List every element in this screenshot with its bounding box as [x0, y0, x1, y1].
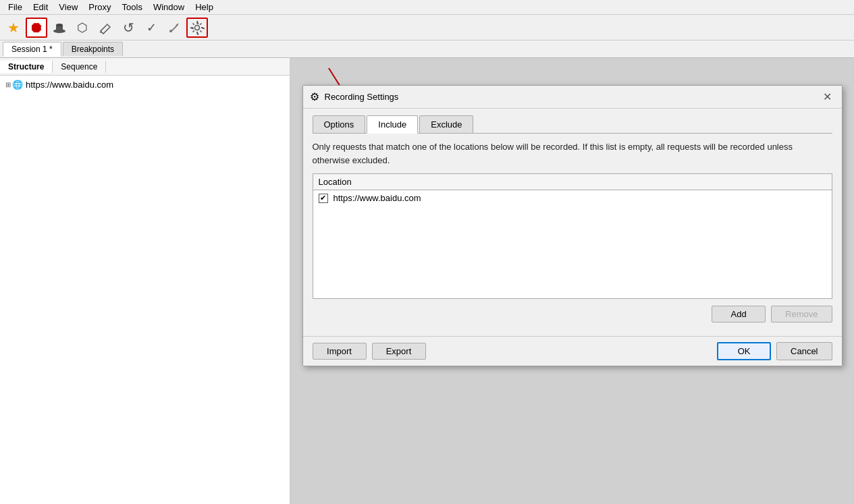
location-checkbox[interactable]: ✔	[319, 194, 328, 203]
dialog-title-icon: ⚙	[310, 90, 319, 103]
sequence-tab[interactable]: Sequence	[53, 61, 106, 73]
dialog-close-button[interactable]: ✕	[820, 90, 835, 105]
svg-point-3	[169, 30, 172, 32]
location-table-body: ✔ https://www.baidu.com	[313, 190, 832, 298]
check-btn[interactable]: ✓	[140, 18, 162, 38]
dialog-title-text: Recording Settings	[325, 92, 820, 102]
baidu-tree-item[interactable]: ⊞ 🌐 https://www.baidu.com	[3, 78, 287, 91]
record-btn[interactable]: ⏺	[26, 18, 47, 38]
hat-btn[interactable]	[49, 18, 70, 38]
session-tab[interactable]: Session 1 *	[3, 42, 61, 57]
structure-tab[interactable]: Structure	[0, 61, 53, 73]
recording-settings-dialog: ⚙ Recording Settings ✕ Options Include E…	[302, 85, 843, 366]
location-row-baidu[interactable]: ✔ https://www.baidu.com	[313, 190, 832, 206]
remove-button[interactable]: Remove	[771, 306, 832, 323]
left-panel: Structure Sequence ⊞ 🌐 https://www.baidu…	[0, 58, 290, 504]
dialog-tabs: Options Include Exclude	[313, 115, 832, 134]
star-btn[interactable]: ★	[3, 18, 24, 38]
menu-view[interactable]: View	[53, 1, 83, 13]
tree-area: ⊞ 🌐 https://www.baidu.com	[0, 76, 290, 504]
add-button[interactable]: Add	[712, 306, 766, 323]
left-panel-header: Structure Sequence	[0, 58, 290, 76]
options-dialog-tab[interactable]: Options	[313, 115, 366, 133]
menu-tools[interactable]: Tools	[117, 1, 148, 13]
include-info-text: Only requests that match one of the loca…	[313, 140, 832, 167]
add-remove-buttons: Add Remove	[313, 306, 832, 323]
cancel-button[interactable]: Cancel	[776, 342, 832, 360]
undo-btn[interactable]: ↺	[117, 18, 139, 38]
tabs-row: Session 1 * Breakpoints	[0, 40, 854, 58]
dialog-bottom-left: Import Export	[313, 343, 718, 360]
dialog-bottom: Import Export OK Cancel	[303, 336, 842, 366]
menu-proxy[interactable]: Proxy	[83, 1, 116, 13]
hex-btn[interactable]: ⬡	[72, 18, 93, 38]
menu-edit[interactable]: Edit	[28, 1, 53, 13]
dialog-overlay: ⚙ Recording Settings ✕ Options Include E…	[290, 58, 854, 504]
menu-bar: File Edit View Proxy Tools Window Help	[0, 0, 854, 15]
tree-expand-icon: ⊞	[5, 81, 11, 88]
menu-window[interactable]: Window	[148, 1, 190, 13]
pen-btn[interactable]	[95, 18, 116, 38]
import-button[interactable]: Import	[313, 343, 367, 360]
dialog-title-bar: ⚙ Recording Settings ✕	[303, 86, 842, 109]
menu-file[interactable]: File	[3, 1, 28, 13]
ok-button[interactable]: OK	[717, 342, 771, 360]
right-panel: ⚙ Recording Settings ✕ Options Include E…	[290, 58, 854, 504]
location-url: https://www.baidu.com	[333, 193, 421, 203]
svg-point-2	[56, 24, 63, 26]
dialog-content: Options Include Exclude Only requests th…	[303, 109, 842, 336]
exclude-dialog-tab[interactable]: Exclude	[419, 115, 473, 133]
menu-help[interactable]: Help	[190, 1, 219, 13]
main-area: Structure Sequence ⊞ 🌐 https://www.baidu…	[0, 58, 854, 504]
breakpoints-tab[interactable]: Breakpoints	[63, 42, 123, 56]
location-table: Location ✔ https://www.baidu.com	[313, 173, 832, 299]
baidu-url-label: https://www.baidu.com	[26, 80, 113, 90]
wrench-btn[interactable]	[163, 18, 185, 38]
export-button[interactable]: Export	[372, 343, 426, 360]
svg-point-4	[195, 25, 200, 30]
globe-icon: 🌐	[12, 80, 23, 90]
include-dialog-tab[interactable]: Include	[367, 115, 418, 134]
settings-btn[interactable]	[186, 18, 208, 38]
toolbar: ★ ⏺ ⬡ ↺ ✓	[0, 15, 854, 40]
location-header: Location	[313, 174, 832, 190]
dialog-bottom-right: OK Cancel	[717, 342, 832, 360]
